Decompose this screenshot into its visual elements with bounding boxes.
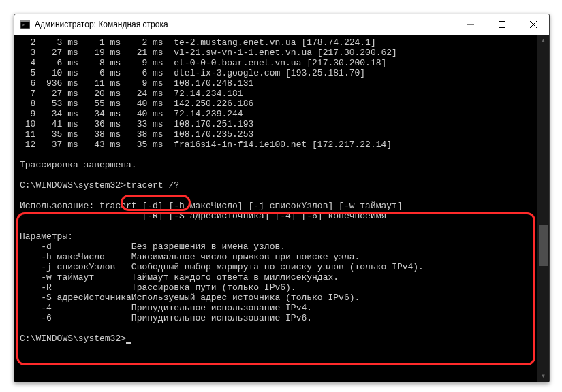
svg-text:>_: >_ [22,22,27,28]
scroll-down-button[interactable]: ▼ [537,370,549,382]
terminal-output: 2 3 ms 1 ms 2 ms te-2.mustang.enet.vn.ua… [14,35,549,344]
terminal-body[interactable]: 2 3 ms 1 ms 2 ms te-2.mustang.enet.vn.ua… [14,35,549,382]
cmd-window: >_ Администратор: Командная строка 2 3 m… [14,14,550,382]
scroll-thumb[interactable] [539,225,548,266]
maximize-button[interactable] [486,14,518,35]
minimize-button[interactable] [455,14,486,35]
cmd-icon: >_ [20,19,31,30]
svg-rect-1 [20,20,30,22]
svg-rect-4 [499,22,505,28]
close-button[interactable] [518,14,549,35]
scroll-up-button[interactable]: ▲ [537,35,549,46]
titlebar[interactable]: >_ Администратор: Командная строка [14,14,549,35]
vertical-scrollbar[interactable]: ▲ ▼ [537,35,549,382]
window-controls [455,14,549,35]
window-title: Администратор: Командная строка [35,20,455,29]
cursor [126,333,131,344]
